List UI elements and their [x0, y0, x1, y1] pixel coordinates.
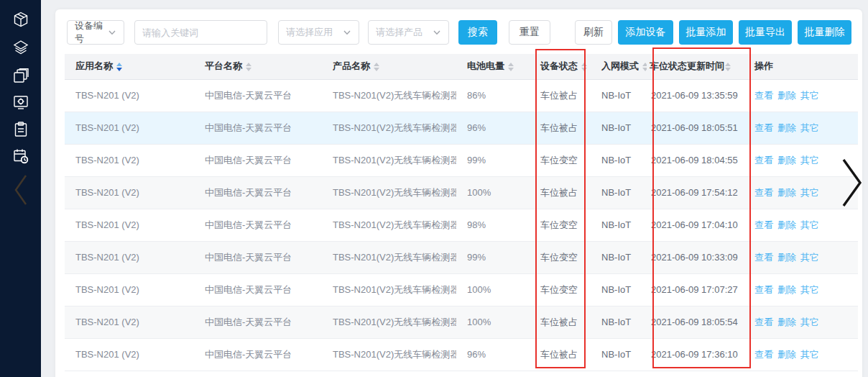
other-link[interactable]: 其它 — [800, 219, 819, 230]
cell-update-time: 2021-06-09 18:05:54 — [647, 306, 744, 338]
field-type-select[interactable]: 设备编号 — [67, 20, 124, 45]
batch-delete-button[interactable]: 批量删除 — [798, 20, 851, 45]
batch-export-button[interactable]: 批量导出 — [739, 20, 792, 45]
sidebar-collapse-chevron-left-icon[interactable] — [10, 171, 30, 209]
view-link[interactable]: 查看 — [754, 349, 773, 360]
reset-button[interactable]: 重置 — [509, 20, 550, 45]
cell-platform-name: 中国电信-天翼云平台 — [194, 273, 322, 306]
sort-icon[interactable] — [374, 63, 379, 71]
col-header-slot-update-time[interactable]: 车位状态更新时间 — [647, 54, 744, 79]
clipboard-icon[interactable] — [12, 121, 29, 138]
col-header-platform-name[interactable]: 平台名称 — [194, 54, 322, 79]
cell-update-time: 2021-06-09 18:05:51 — [647, 112, 744, 144]
table-row[interactable]: TBS-N201 (V2) 中国电信-天翼云平台 TBS-N201(V2)无线车… — [65, 241, 858, 273]
cell-update-time: 2021-06-09 18:04:55 — [647, 144, 744, 176]
sort-icon[interactable] — [581, 63, 587, 71]
view-link[interactable]: 查看 — [754, 122, 773, 133]
col-header-product-name[interactable]: 产品名称 — [322, 54, 456, 79]
keyword-input[interactable] — [142, 27, 259, 38]
product-select-placeholder: 请选择产品 — [376, 26, 423, 39]
sort-icon[interactable] — [116, 63, 122, 71]
cube-icon[interactable] — [12, 11, 29, 28]
delete-link[interactable]: 删除 — [777, 219, 796, 230]
app-select-placeholder: 请选择应用 — [286, 26, 333, 39]
other-link[interactable]: 其它 — [800, 349, 819, 360]
cell-update-time: 2021-06-09 17:04:10 — [647, 209, 744, 241]
cell-product-name: TBS-N201(V2)无线车辆检测器 — [322, 112, 456, 144]
delete-link[interactable]: 删除 — [777, 284, 796, 295]
cell-network-mode: NB-IoT — [591, 241, 647, 273]
sort-icon[interactable] — [508, 63, 514, 71]
other-link[interactable]: 其它 — [800, 90, 819, 101]
table-row[interactable]: TBS-N201 (V2) 中国电信-天翼云平台 TBS-N201(V2)无线车… — [65, 338, 858, 371]
other-link[interactable]: 其它 — [800, 155, 819, 165]
cell-network-mode: NB-IoT — [591, 306, 647, 338]
sort-icon[interactable] — [642, 63, 647, 71]
cell-platform-name: 中国电信-天翼云平台 — [194, 338, 322, 371]
view-link[interactable]: 查看 — [754, 252, 773, 263]
cell-device-status: 车位被占 — [530, 176, 591, 209]
other-link[interactable]: 其它 — [800, 252, 819, 263]
delete-link[interactable]: 删除 — [777, 90, 796, 101]
col-header-battery[interactable]: 电池电量 — [456, 54, 530, 79]
view-link[interactable]: 查看 — [754, 317, 773, 327]
cell-device-status: 车位被占 — [530, 112, 591, 144]
view-link[interactable]: 查看 — [754, 284, 773, 295]
add-device-button[interactable]: 添加设备 — [618, 20, 673, 45]
delete-link[interactable]: 删除 — [777, 349, 796, 360]
view-link[interactable]: 查看 — [754, 219, 773, 230]
delete-link[interactable]: 删除 — [777, 187, 796, 198]
cell-device-status: 车位被占 — [530, 79, 591, 112]
col-header-network-mode[interactable]: 入网模式 — [591, 54, 647, 79]
view-link[interactable]: 查看 — [754, 90, 773, 101]
monitor-settings-icon[interactable] — [12, 94, 29, 111]
table-row[interactable]: TBS-N201 (V2) 中国电信-天翼云平台 TBS-N201(V2)无线车… — [65, 144, 858, 176]
delete-link[interactable]: 删除 — [777, 252, 796, 263]
cell-actions: 查看删除其它 — [744, 306, 858, 338]
next-page-chevron-right-icon[interactable] — [839, 155, 864, 210]
delete-link[interactable]: 删除 — [777, 155, 796, 165]
other-link[interactable]: 其它 — [800, 317, 819, 327]
other-link[interactable]: 其它 — [800, 284, 819, 295]
cell-battery: 100% — [456, 306, 530, 338]
product-select[interactable]: 请选择产品 — [368, 20, 449, 45]
col-header-device-status[interactable]: 设备状态 — [530, 54, 591, 79]
sort-icon[interactable] — [246, 63, 251, 71]
refresh-button[interactable]: 刷新 — [575, 20, 612, 45]
app-select[interactable]: 请选择应用 — [278, 20, 359, 45]
other-link[interactable]: 其它 — [800, 122, 819, 133]
device-table: 应用名称 平台名称 产品名称 电池电量 设备状态 入网模式 车位状态更新时间 操… — [65, 54, 858, 371]
col-header-app-name[interactable]: 应用名称 — [65, 54, 194, 79]
sort-icon[interactable] — [725, 63, 731, 71]
cell-platform-name: 中国电信-天翼云平台 — [194, 144, 322, 176]
batch-add-button[interactable]: 批量添加 — [679, 20, 733, 45]
cell-actions: 查看删除其它 — [744, 79, 858, 112]
delete-link[interactable]: 删除 — [777, 317, 796, 327]
cell-device-status: 车位变空 — [530, 241, 591, 273]
cell-product-name: TBS-N201(V2)无线车辆检测器 — [322, 241, 456, 273]
table-row[interactable]: TBS-N201 (V2) 中国电信-天翼云平台 TBS-N201(V2)无线车… — [65, 306, 858, 338]
calendar-clock-icon[interactable] — [12, 147, 29, 165]
table-row[interactable]: TBS-N201 (V2) 中国电信-天翼云平台 TBS-N201(V2)无线车… — [65, 176, 858, 209]
table-row[interactable]: TBS-N201 (V2) 中国电信-天翼云平台 TBS-N201(V2)无线车… — [65, 79, 858, 112]
cell-update-time: 2021-06-09 13:35:59 — [647, 79, 744, 112]
cell-platform-name: 中国电信-天翼云平台 — [194, 241, 322, 273]
table-row[interactable]: TBS-N201 (V2) 中国电信-天翼云平台 TBS-N201(V2)无线车… — [65, 209, 858, 241]
layers-icon[interactable] — [12, 39, 29, 56]
cell-device-status: 车位变空 — [530, 144, 591, 176]
cell-product-name: TBS-N201(V2)无线车辆检测器 — [322, 144, 456, 176]
view-link[interactable]: 查看 — [754, 155, 773, 165]
cell-network-mode: NB-IoT — [591, 144, 647, 176]
cell-device-status: 车位变空 — [530, 209, 591, 241]
cell-app-name: TBS-N201 (V2) — [65, 209, 194, 241]
copy-icon[interactable] — [12, 67, 29, 84]
search-button[interactable]: 搜索 — [458, 20, 497, 45]
other-link[interactable]: 其它 — [800, 187, 819, 198]
cell-actions: 查看删除其它 — [744, 112, 858, 144]
table-row[interactable]: TBS-N201 (V2) 中国电信-天翼云平台 TBS-N201(V2)无线车… — [65, 112, 858, 144]
cell-app-name: TBS-N201 (V2) — [65, 112, 194, 144]
table-row[interactable]: TBS-N201 (V2) 中国电信-天翼云平台 TBS-N201(V2)无线车… — [65, 273, 858, 306]
keyword-search-field — [134, 20, 267, 45]
view-link[interactable]: 查看 — [754, 187, 773, 198]
delete-link[interactable]: 删除 — [777, 122, 796, 133]
